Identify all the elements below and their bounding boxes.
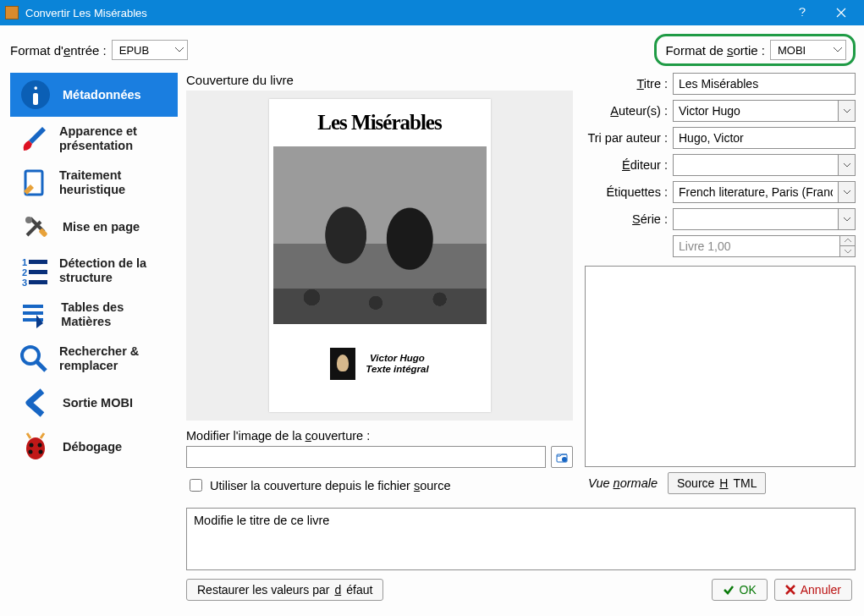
cover-preview-area: Les Misérables Victor HugoTexte intégral: [186, 91, 573, 421]
check-icon: [723, 584, 735, 596]
svg-point-16: [26, 437, 45, 459]
input-format-label: Format d'entrée :: [10, 43, 107, 58]
svg-point-15: [22, 347, 39, 364]
output-format-label: Format de sortie :: [665, 43, 765, 58]
sidebar: • Métadonnées Apparence et présentation …: [10, 73, 178, 601]
bug-icon: [17, 428, 54, 465]
list-numbered-icon: 123: [17, 252, 51, 289]
sidebar-item-label: Mise en page: [63, 220, 140, 234]
svg-rect-12: [23, 305, 43, 308]
authors-input[interactable]: [673, 100, 839, 122]
series-input[interactable]: [673, 208, 839, 230]
series-index-spinner[interactable]: [840, 235, 856, 257]
sidebar-item-toc[interactable]: Tables des Matières: [10, 293, 178, 337]
output-format-highlight: Format de sortie : MOBI: [654, 34, 856, 66]
output-format-combo[interactable]: MOBI: [770, 40, 846, 60]
sidebar-item-label: Détection de la structure: [59, 256, 173, 284]
help-button[interactable]: [783, 0, 822, 25]
title-input[interactable]: [673, 73, 856, 95]
svg-rect-7: [29, 260, 47, 264]
sidebar-item-structure[interactable]: 123 Détection de la structure: [10, 249, 178, 293]
svg-text:2: 2: [22, 267, 27, 278]
svg-rect-2: [33, 93, 38, 105]
chevron-down-icon: [175, 47, 184, 52]
ok-button[interactable]: OK: [712, 579, 768, 601]
chevron-down-icon: [834, 47, 842, 52]
use-source-cover-label: Utiliser la couverture depuis le fichier…: [210, 479, 451, 492]
view-normal-tab[interactable]: Vue normale: [585, 475, 661, 492]
svg-point-18: [38, 443, 42, 448]
spin-down-button[interactable]: [840, 246, 856, 257]
publisher-dropdown-button[interactable]: [839, 154, 856, 176]
publisher-input[interactable]: [673, 154, 839, 176]
sidebar-item-label: Apparence et présentation: [59, 124, 173, 152]
publisher-label: Éditeur :: [585, 158, 668, 172]
cover-caption: Victor HugoTexte intégral: [366, 353, 428, 374]
use-source-cover-input[interactable]: [190, 479, 202, 492]
open-file-icon: [555, 450, 569, 464]
series-index-input: [673, 235, 840, 257]
restore-defaults-button[interactable]: Restaurer les valeurs par défaut: [186, 579, 383, 601]
authors-label: Auteur(s) :: [585, 104, 668, 118]
author-sort-label: Tri par auteur :: [585, 131, 668, 145]
series-dropdown-button[interactable]: [839, 208, 856, 230]
cover-path-input[interactable]: [186, 446, 546, 468]
svg-point-4: [25, 217, 32, 223]
tags-label: Étiquettes :: [585, 185, 668, 199]
tags-input[interactable]: [673, 181, 839, 203]
author-sort-input[interactable]: [673, 127, 856, 149]
sidebar-item-debug[interactable]: Débogage: [10, 425, 178, 469]
tags-dropdown-button[interactable]: [839, 181, 856, 203]
svg-rect-9: [29, 270, 47, 274]
cover-image: [273, 146, 487, 324]
sidebar-item-search-replace[interactable]: Rechercher & remplacer: [10, 337, 178, 381]
svg-point-22: [562, 457, 567, 462]
tools-icon: [17, 208, 54, 245]
chevron-left-icon: [17, 384, 54, 421]
title-label: Titre :: [585, 77, 668, 91]
cover-book-title: Les Misérables: [317, 111, 441, 135]
series-label: Série :: [585, 212, 668, 226]
toc-icon: [17, 296, 52, 333]
author-portrait: [330, 348, 355, 380]
help-text: Modifie le titre de ce livre: [186, 508, 856, 570]
sidebar-item-label: Traitement heuristique: [59, 168, 173, 196]
info-icon: •: [17, 76, 54, 113]
cover-panel: Couverture du livre Les Misérables Victo…: [186, 73, 573, 494]
svg-point-20: [39, 450, 43, 454]
sidebar-item-label: Métadonnées: [63, 88, 141, 102]
view-html-tab[interactable]: Source HTML: [668, 472, 766, 494]
svg-text:•: •: [34, 82, 37, 94]
close-icon: [785, 585, 795, 595]
modify-cover-label: Modifier l'image de la couverture :: [186, 429, 573, 443]
svg-point-17: [30, 443, 34, 448]
spin-up-button[interactable]: [840, 235, 856, 246]
metadata-panel: Titre : Auteur(s) : Tri par auteur :: [585, 73, 856, 494]
sidebar-item-label: Débogage: [63, 440, 122, 454]
cancel-button[interactable]: Annuler: [774, 579, 852, 601]
output-format-value: MOBI: [778, 44, 806, 57]
document-pencil-icon: [17, 164, 51, 201]
use-source-cover-checkbox[interactable]: Utiliser la couverture depuis le fichier…: [186, 476, 573, 494]
comments-textarea[interactable]: [585, 266, 856, 467]
svg-text:1: 1: [22, 257, 27, 267]
cover-section-label: Couverture du livre: [186, 73, 573, 87]
app-icon: [5, 6, 19, 19]
input-format-combo[interactable]: EPUB: [112, 40, 188, 60]
browse-cover-button[interactable]: [551, 446, 573, 468]
svg-rect-13: [23, 311, 43, 315]
window-title: Convertir Les Misérables: [25, 7, 783, 19]
sidebar-item-heuristic[interactable]: Traitement heuristique: [10, 161, 178, 205]
sidebar-item-label: Rechercher & remplacer: [59, 344, 173, 372]
sidebar-item-look-feel[interactable]: Apparence et présentation: [10, 117, 178, 161]
sidebar-item-page-setup[interactable]: Mise en page: [10, 205, 178, 249]
sidebar-item-metadata[interactable]: • Métadonnées: [10, 73, 178, 117]
close-button[interactable]: [822, 0, 861, 25]
sidebar-item-label: Tables des Matières: [61, 300, 173, 328]
svg-rect-11: [29, 280, 47, 284]
search-icon: [17, 340, 51, 377]
svg-point-19: [29, 450, 33, 454]
brush-icon: [17, 120, 51, 157]
sidebar-item-mobi-output[interactable]: Sortie MOBI: [10, 381, 178, 425]
authors-dropdown-button[interactable]: [839, 100, 856, 122]
